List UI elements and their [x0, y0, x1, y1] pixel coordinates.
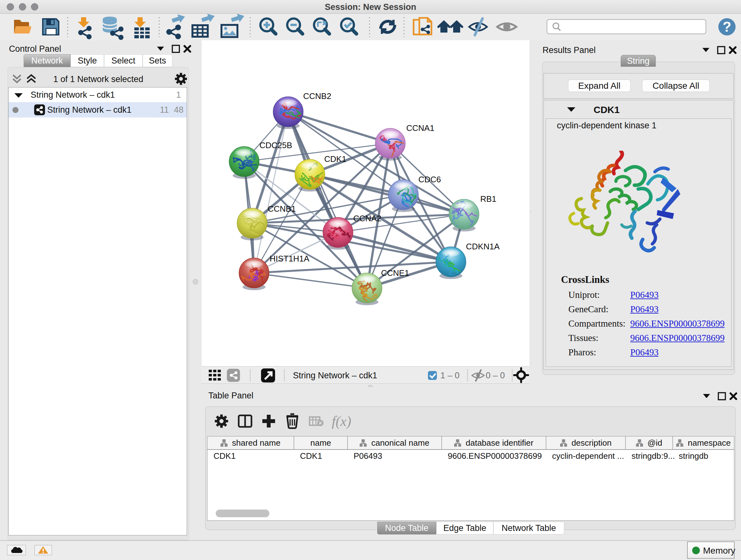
svg-text:CCNB1: CCNB1: [268, 204, 296, 213]
svg-text:CDC25B: CDC25B: [259, 140, 292, 150]
svg-text:CDK1: CDK1: [324, 154, 346, 164]
svg-text:CCNB2: CCNB2: [303, 91, 331, 101]
svg-text:CCNE1: CCNE1: [381, 268, 409, 278]
svg-text:CDC6: CDC6: [418, 175, 441, 184]
svg-text:CDKN1A: CDKN1A: [466, 242, 500, 251]
svg-text:String Network – cdk1: String Network – cdk1: [293, 371, 377, 380]
svg-text:CCNA2: CCNA2: [353, 213, 381, 223]
svg-text:1 – 0: 1 – 0: [441, 371, 460, 380]
svg-text:CCNA1: CCNA1: [406, 123, 434, 133]
svg-text:HIST1H1A: HIST1H1A: [270, 254, 310, 263]
svg-text:?: ?: [723, 19, 731, 35]
svg-text:f(x): f(x): [332, 414, 351, 429]
svg-text:RB1: RB1: [480, 194, 496, 204]
svg-text:0 – 0: 0 – 0: [486, 371, 505, 380]
